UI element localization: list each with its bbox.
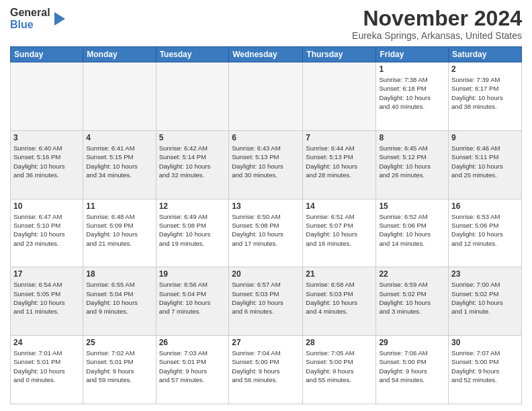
col-saturday: Saturday	[449, 47, 522, 62]
table-cell: 13Sunrise: 6:50 AM Sunset: 5:08 PM Dayli…	[229, 199, 303, 267]
table-cell	[11, 62, 83, 131]
day-number: 9	[451, 133, 519, 142]
day-number: 14	[306, 201, 373, 211]
col-monday: Monday	[83, 47, 156, 62]
table-cell: 28Sunrise: 7:05 AM Sunset: 5:00 PM Dayli…	[303, 336, 376, 404]
day-number: 8	[379, 133, 445, 142]
day-number: 16	[451, 201, 519, 211]
table-cell	[156, 62, 229, 131]
table-cell: 5Sunrise: 6:42 AM Sunset: 5:14 PM Daylig…	[156, 130, 229, 199]
day-number: 27	[232, 338, 300, 347]
logo-text: General Blue	[10, 7, 50, 30]
logo-general: General	[10, 7, 50, 19]
day-number: 23	[451, 269, 519, 279]
day-number: 13	[232, 201, 300, 211]
day-number: 22	[379, 269, 445, 279]
day-number: 26	[159, 338, 226, 347]
table-cell: 16Sunrise: 6:53 AM Sunset: 5:06 PM Dayli…	[449, 199, 522, 267]
day-number: 3	[13, 133, 80, 142]
day-number: 4	[86, 133, 152, 142]
day-number: 20	[232, 269, 300, 279]
table-cell: 8Sunrise: 6:45 AM Sunset: 5:12 PM Daylig…	[376, 130, 449, 199]
day-info: Sunrise: 6:54 AM Sunset: 5:05 PM Dayligh…	[13, 280, 80, 316]
header: General Blue November 2024 Eureka Spring…	[10, 7, 522, 41]
day-number: 28	[306, 338, 373, 347]
day-number: 1	[379, 64, 445, 74]
logo-blue: Blue	[10, 19, 50, 31]
day-info: Sunrise: 7:38 AM Sunset: 6:18 PM Dayligh…	[379, 75, 445, 111]
day-info: Sunrise: 6:57 AM Sunset: 5:03 PM Dayligh…	[232, 280, 300, 316]
table-cell: 26Sunrise: 7:03 AM Sunset: 5:01 PM Dayli…	[156, 336, 229, 404]
day-info: Sunrise: 6:41 AM Sunset: 5:15 PM Dayligh…	[86, 144, 152, 179]
table-cell: 25Sunrise: 7:02 AM Sunset: 5:01 PM Dayli…	[83, 336, 156, 404]
table-cell: 2Sunrise: 7:39 AM Sunset: 6:17 PM Daylig…	[449, 62, 522, 131]
day-info: Sunrise: 7:39 AM Sunset: 6:17 PM Dayligh…	[451, 75, 519, 111]
table-row: 17Sunrise: 6:54 AM Sunset: 5:05 PM Dayli…	[11, 267, 522, 336]
table-cell: 24Sunrise: 7:01 AM Sunset: 5:01 PM Dayli…	[11, 336, 83, 404]
table-cell: 9Sunrise: 6:46 AM Sunset: 5:11 PM Daylig…	[449, 130, 522, 199]
header-row: Sunday Monday Tuesday Wednesday Thursday…	[11, 47, 522, 62]
calendar: Sunday Monday Tuesday Wednesday Thursday…	[10, 46, 522, 404]
day-number: 15	[379, 201, 445, 211]
day-number: 17	[13, 269, 80, 279]
day-info: Sunrise: 6:49 AM Sunset: 5:08 PM Dayligh…	[159, 212, 226, 248]
day-info: Sunrise: 6:46 AM Sunset: 5:11 PM Dayligh…	[451, 144, 519, 179]
col-thursday: Thursday	[303, 47, 376, 62]
day-info: Sunrise: 6:48 AM Sunset: 5:09 PM Dayligh…	[86, 212, 152, 248]
month-title: November 2024	[352, 7, 522, 30]
day-info: Sunrise: 7:02 AM Sunset: 5:01 PM Dayligh…	[86, 349, 152, 384]
day-info: Sunrise: 7:03 AM Sunset: 5:01 PM Dayligh…	[159, 349, 226, 384]
day-number: 25	[86, 338, 152, 347]
table-row: 3Sunrise: 6:40 AM Sunset: 5:16 PM Daylig…	[11, 130, 522, 199]
table-cell: 23Sunrise: 7:00 AM Sunset: 5:02 PM Dayli…	[449, 267, 522, 336]
col-sunday: Sunday	[11, 47, 83, 62]
day-info: Sunrise: 6:50 AM Sunset: 5:08 PM Dayligh…	[232, 212, 300, 248]
day-number: 11	[86, 201, 152, 211]
svg-marker-0	[54, 12, 65, 26]
day-number: 5	[159, 133, 226, 142]
table-cell: 10Sunrise: 6:47 AM Sunset: 5:10 PM Dayli…	[11, 199, 83, 267]
day-info: Sunrise: 6:40 AM Sunset: 5:16 PM Dayligh…	[13, 144, 80, 179]
day-info: Sunrise: 6:56 AM Sunset: 5:04 PM Dayligh…	[159, 280, 226, 316]
day-info: Sunrise: 6:42 AM Sunset: 5:14 PM Dayligh…	[159, 144, 226, 179]
col-friday: Friday	[376, 47, 449, 62]
table-cell: 14Sunrise: 6:51 AM Sunset: 5:07 PM Dayli…	[303, 199, 376, 267]
day-number: 21	[306, 269, 373, 279]
logo: General Blue	[10, 7, 66, 30]
day-info: Sunrise: 6:51 AM Sunset: 5:07 PM Dayligh…	[306, 212, 373, 248]
day-number: 24	[13, 338, 80, 347]
day-number: 12	[159, 201, 226, 211]
table-cell	[303, 62, 376, 131]
title-section: November 2024 Eureka Springs, Arkansas, …	[352, 7, 522, 41]
table-cell: 30Sunrise: 7:07 AM Sunset: 5:00 PM Dayli…	[449, 336, 522, 404]
table-cell: 12Sunrise: 6:49 AM Sunset: 5:08 PM Dayli…	[156, 199, 229, 267]
day-number: 19	[159, 269, 226, 279]
day-number: 29	[379, 338, 445, 347]
table-cell: 15Sunrise: 6:52 AM Sunset: 5:06 PM Dayli…	[376, 199, 449, 267]
table-row: 1Sunrise: 7:38 AM Sunset: 6:18 PM Daylig…	[11, 62, 522, 131]
table-row: 24Sunrise: 7:01 AM Sunset: 5:01 PM Dayli…	[11, 336, 522, 404]
table-cell	[83, 62, 156, 131]
day-info: Sunrise: 6:45 AM Sunset: 5:12 PM Dayligh…	[379, 144, 445, 179]
table-cell: 3Sunrise: 6:40 AM Sunset: 5:16 PM Daylig…	[11, 130, 83, 199]
calendar-table: Sunday Monday Tuesday Wednesday Thursday…	[10, 46, 522, 404]
table-cell: 27Sunrise: 7:04 AM Sunset: 5:00 PM Dayli…	[229, 336, 303, 404]
day-info: Sunrise: 6:52 AM Sunset: 5:06 PM Dayligh…	[379, 212, 445, 248]
table-cell: 11Sunrise: 6:48 AM Sunset: 5:09 PM Dayli…	[83, 199, 156, 267]
page: General Blue November 2024 Eureka Spring…	[0, 0, 532, 411]
day-number: 7	[306, 133, 373, 142]
table-cell: 6Sunrise: 6:43 AM Sunset: 5:13 PM Daylig…	[229, 130, 303, 199]
day-info: Sunrise: 7:04 AM Sunset: 5:00 PM Dayligh…	[232, 349, 300, 384]
table-cell	[229, 62, 303, 131]
day-info: Sunrise: 7:00 AM Sunset: 5:02 PM Dayligh…	[451, 280, 519, 316]
day-info: Sunrise: 6:53 AM Sunset: 5:06 PM Dayligh…	[451, 212, 519, 248]
location: Eureka Springs, Arkansas, United States	[352, 30, 522, 41]
table-cell: 21Sunrise: 6:58 AM Sunset: 5:03 PM Dayli…	[303, 267, 376, 336]
col-wednesday: Wednesday	[229, 47, 303, 62]
table-cell: 22Sunrise: 6:59 AM Sunset: 5:02 PM Dayli…	[376, 267, 449, 336]
table-cell: 20Sunrise: 6:57 AM Sunset: 5:03 PM Dayli…	[229, 267, 303, 336]
table-cell: 19Sunrise: 6:56 AM Sunset: 5:04 PM Dayli…	[156, 267, 229, 336]
day-info: Sunrise: 6:59 AM Sunset: 5:02 PM Dayligh…	[379, 280, 445, 316]
day-number: 6	[232, 133, 300, 142]
logo-icon	[53, 11, 66, 27]
